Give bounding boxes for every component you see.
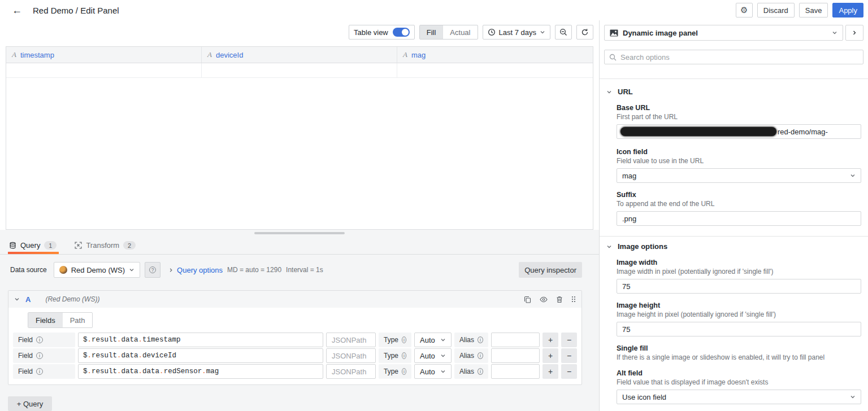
add-field-button[interactable]: + [542, 333, 558, 347]
tab-query[interactable]: Query 1 [8, 241, 59, 254]
fill-option[interactable]: Fill [420, 25, 443, 39]
alias-input[interactable] [491, 348, 540, 363]
delete-query-trash-icon[interactable] [556, 296, 563, 303]
remove-field-button[interactable]: − [561, 364, 577, 379]
save-button[interactable]: Save [799, 3, 828, 18]
suffix-value: .png [622, 215, 636, 223]
chevron-down-icon [606, 244, 612, 250]
language-select[interactable]: JSONPath [326, 333, 376, 347]
language-select[interactable]: JSONPath [326, 348, 376, 363]
duplicate-query-icon[interactable] [524, 296, 531, 303]
query-actions [524, 296, 576, 303]
alt-field-select[interactable]: Use icon field [617, 390, 861, 404]
query-card-header[interactable]: A (Red Demo (WS)) [8, 291, 581, 308]
refresh-button[interactable] [576, 25, 593, 40]
add-field-button[interactable]: + [542, 364, 558, 379]
type-value: Auto [420, 352, 435, 360]
suffix-input[interactable]: .png [617, 211, 861, 226]
alias-label-text: Alias [459, 352, 474, 360]
disable-query-eye-icon[interactable] [540, 296, 548, 303]
base-url-input[interactable]: ht red-demo/mag- [617, 124, 861, 139]
interval-info: Interval = 1s [286, 266, 323, 274]
field-label: Field [13, 364, 75, 379]
info-icon[interactable] [478, 368, 483, 375]
alias-label: Alias [454, 333, 488, 347]
info-icon[interactable] [402, 368, 406, 375]
jsonpath-input[interactable]: $.result.data.deviceId [78, 348, 323, 363]
add-field-button[interactable]: + [542, 348, 558, 363]
remove-field-button[interactable]: − [561, 333, 577, 347]
jsonpath-input[interactable]: $.result.data.data.redSensor.mag [78, 364, 323, 379]
zoom-out-button[interactable] [555, 25, 572, 40]
info-icon[interactable] [402, 336, 406, 343]
query-options-label: Query options [177, 266, 223, 274]
chevron-down-icon [832, 30, 837, 36]
discard-button[interactable]: Discard [757, 3, 795, 18]
jsonpath-input[interactable]: $.result.data.timestamp [78, 333, 323, 347]
column-header-timestamp[interactable]: A timestamp [6, 47, 202, 63]
header-actions: ⚙ Discard Save Apply [736, 3, 863, 18]
back-arrow-icon[interactable]: ← [9, 2, 25, 18]
info-icon[interactable] [402, 352, 406, 359]
jsonpath-value: $.result.data.data.redSensor.mag [83, 368, 318, 375]
visualization-picker[interactable]: Dynamic image panel [604, 25, 843, 41]
remove-field-button[interactable]: − [561, 348, 577, 363]
language-value: JSONPath [332, 336, 366, 344]
table-view-toggle[interactable] [393, 28, 410, 37]
query-inspector-button[interactable]: Query inspector [519, 262, 582, 278]
option-image-height: Image height Image height in pixel (pote… [617, 301, 861, 336]
info-icon[interactable] [478, 352, 483, 359]
info-icon[interactable] [36, 352, 43, 359]
type-select[interactable]: Auto [414, 333, 452, 347]
alias-input[interactable] [491, 333, 540, 347]
actual-option[interactable]: Actual [442, 25, 477, 39]
type-select[interactable]: Auto [414, 348, 452, 363]
tab-path[interactable]: Path [63, 313, 93, 327]
options-search[interactable] [604, 50, 863, 64]
type-label: Type [379, 364, 411, 379]
chevron-right-icon [168, 268, 173, 273]
tab-fields[interactable]: Fields [28, 313, 63, 327]
info-icon[interactable] [36, 336, 43, 343]
apply-button[interactable]: Apply [832, 3, 863, 18]
tab-transform[interactable]: Transform 2 [73, 241, 138, 254]
page-title: Red Demo / Edit Panel [33, 6, 119, 15]
image-width-input[interactable]: 75 [617, 279, 861, 294]
icon-field-select[interactable]: mag [617, 168, 861, 183]
base-url-suffix: red-demo/mag- [778, 125, 828, 138]
section-url[interactable]: URL [606, 88, 861, 96]
panel-settings-button[interactable]: ⚙ [736, 3, 753, 18]
chevron-down-icon [540, 29, 545, 35]
splitter-drag-handle[interactable] [254, 232, 345, 234]
datasource-help-button[interactable] [145, 262, 160, 278]
collapse-options-button[interactable] [845, 25, 863, 41]
info-icon[interactable] [478, 336, 483, 343]
language-select[interactable]: JSONPath [326, 364, 376, 379]
column-label: timestamp [20, 51, 54, 59]
search-options-input[interactable] [620, 53, 858, 62]
datasource-picker[interactable]: Red Demo (WS) [54, 262, 140, 278]
time-range-picker[interactable]: Last 7 days [483, 25, 551, 40]
drag-handle-icon[interactable] [571, 296, 576, 303]
alias-input[interactable] [491, 364, 540, 379]
type-select[interactable]: Auto [414, 364, 452, 379]
field-row: Field $.result.data.deviceId JSONPath Ty… [13, 348, 577, 363]
table-empty-row [6, 63, 593, 78]
info-icon[interactable] [36, 368, 43, 375]
alt-field-value: Use icon field [622, 393, 666, 401]
query-options-toggle[interactable]: Query options [168, 266, 223, 274]
type-label-text: Type [384, 336, 398, 344]
column-header-mag[interactable]: A mag [397, 47, 593, 63]
option-desc: If there is a single image or slideshow … [617, 353, 861, 361]
empty-cell [397, 63, 593, 77]
section-image-options[interactable]: Image options [606, 242, 861, 251]
type-label: Type [379, 348, 411, 363]
alias-label: Alias [454, 348, 488, 363]
option-base-url: Base URL First part of the URL ht red-de… [617, 104, 861, 139]
option-label: Suffix [617, 191, 861, 199]
image-height-input[interactable]: 75 [617, 322, 861, 336]
option-desc: Field value that is displayed if image d… [617, 378, 861, 386]
add-query-button[interactable]: + Query [8, 396, 52, 411]
zoom-out-icon [559, 28, 567, 36]
column-header-deviceid[interactable]: A deviceId [202, 47, 397, 63]
